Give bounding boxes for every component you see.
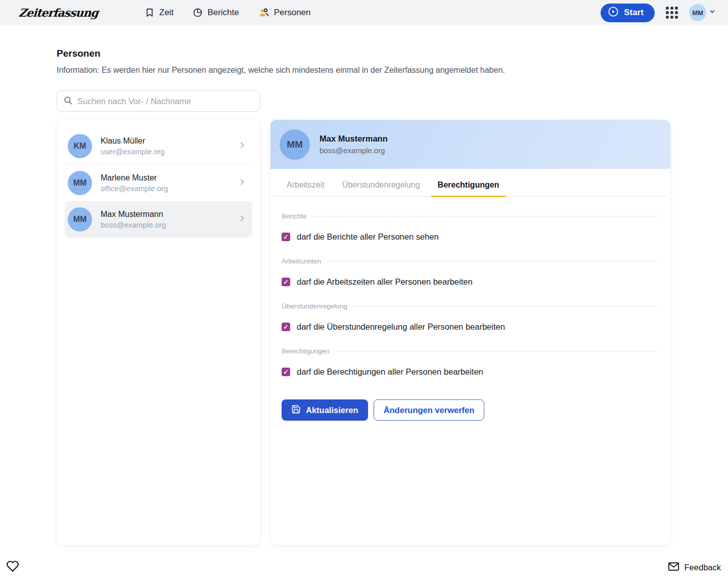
person-row-max[interactable]: MM Max Mustermann boss@example.org [65,201,252,238]
nav-item-berichte[interactable]: Berichte [193,8,239,18]
person-name: Max Mustermann [101,210,230,219]
checkbox-checked[interactable] [282,278,290,286]
person-email: boss@example.org [101,220,230,229]
update-button[interactable]: Aktualisieren [282,399,368,421]
divider [352,306,659,306]
person-meta: Klaus Müller user@example.org [101,137,230,156]
tab-berechtigungen[interactable]: Berechtigungen [431,174,507,196]
section-arbeitszeiten: Arbeitszeiten darf die Arbeitszeiten all… [282,257,659,287]
section-title: Arbeitszeiten [282,257,321,265]
person-name: Klaus Müller [101,137,230,146]
avatar: MM [280,129,310,160]
footer: Feedback [0,556,728,578]
start-button-label: Start [624,8,644,18]
detail-header: MM Max Mustermann boss@example.org [270,120,670,169]
checkbox-checked[interactable] [282,368,290,376]
envelope-icon [668,561,679,573]
tab-ueberstundenregelung[interactable]: Überstundenregelung [335,174,427,196]
detail-email: boss@example.org [320,146,388,155]
section-berechtigungen: Berechtigungen darf die Berechtigungen a… [282,347,659,377]
person-row-klaus[interactable]: KM Klaus Müller user@example.org [65,128,252,164]
avatar: KM [68,134,92,158]
main-content: Personen Information: Es werden hier nur… [0,25,728,545]
nav-item-personen[interactable]: Personen [258,8,311,18]
person-meta: Marlene Muster office@example.org [101,173,230,193]
discard-changes-button[interactable]: Änderungen verwerfen [374,399,485,421]
page-info-text: Information: Es werden hier nur Personen… [57,66,728,75]
nav-item-label: Personen [274,8,311,18]
checkbox-label: darf die Arbeitszeiten aller Personen be… [297,277,473,287]
update-button-label: Aktualisieren [306,406,358,415]
nav-item-zeit[interactable]: Zeit [145,8,173,18]
people-icon [258,8,269,18]
avatar: MM [68,171,92,195]
checkbox-label: darf die Berechtigungen aller Personen b… [297,367,483,377]
feedback-link[interactable]: Feedback [668,561,721,573]
save-icon [291,404,301,416]
person-list: KM Klaus Müller user@example.org MM Marl… [57,120,260,545]
divider [326,261,659,261]
detail-tabs: Arbeitszeit Überstundenregelung Berechti… [274,169,667,197]
nav-item-label: Berichte [207,8,239,18]
checkbox-label: darf die Überstundenregelung aller Perso… [297,322,505,332]
app-logo: Zeiterfassung [18,6,99,19]
content-columns: KM Klaus Müller user@example.org MM Marl… [57,120,728,545]
search-icon [63,96,73,107]
page-title: Personen [57,48,728,59]
section-header: Berechtigungen [282,347,659,355]
search-input[interactable] [77,97,254,106]
form-actions: Aktualisieren Änderungen verwerfen [282,399,659,421]
apps-grid-icon[interactable] [666,7,678,19]
pie-chart-icon [193,8,203,18]
detail-identity: Max Mustermann boss@example.org [320,134,388,155]
permissions-form: Berichte darf die Berichte aller Persone… [270,212,670,421]
detail-name: Max Mustermann [320,134,388,144]
avatar[interactable]: MM [689,4,706,21]
person-name: Marlene Muster [101,173,230,183]
permission-row: darf die Berechtigungen aller Personen b… [282,367,659,377]
person-row-marlene[interactable]: MM Marlene Muster office@example.org [65,165,252,201]
section-ueberstundenregelung: Überstundenregelung darf die Überstunden… [282,302,659,332]
permission-row: darf die Berichte aller Personen sehen [282,232,659,242]
person-detail-panel: MM Max Mustermann boss@example.org Arbei… [270,120,670,545]
navbar: Zeiterfassung Zeit Berichte Per [0,0,728,25]
play-circle-icon [608,6,619,20]
bookmark-icon [145,8,155,18]
section-berichte: Berichte darf die Berichte aller Persone… [282,212,659,242]
user-menu[interactable]: MM [689,4,716,21]
section-title: Berechtigungen [282,347,330,355]
person-email: office@example.org [101,184,230,193]
person-meta: Max Mustermann boss@example.org [101,210,230,229]
chevron-right-icon [238,178,246,188]
divider [334,351,659,351]
permission-row: darf die Arbeitszeiten aller Personen be… [282,277,659,287]
checkbox-checked[interactable] [282,323,290,331]
chevron-down-icon [709,8,716,17]
heart-icon[interactable] [6,560,19,575]
permission-row: darf die Überstundenregelung aller Perso… [282,322,659,332]
person-email: user@example.org [101,147,230,156]
start-button[interactable]: Start [601,4,655,22]
section-title: Berichte [282,212,307,220]
nav-item-label: Zeit [159,8,173,18]
chevron-right-icon [238,214,246,224]
section-header: Arbeitszeiten [282,257,659,265]
chevron-right-icon [238,141,246,151]
feedback-label: Feedback [685,563,721,572]
tab-arbeitszeit[interactable]: Arbeitszeit [280,174,332,196]
checkbox-label: darf die Berichte aller Personen sehen [297,232,439,242]
section-title: Überstundenregelung [282,302,347,310]
navbar-right: Start MM [601,4,716,22]
divider [311,216,659,216]
section-header: Überstundenregelung [282,302,659,310]
section-header: Berichte [282,212,659,220]
main-nav: Zeit Berichte Personen [145,8,311,18]
avatar: MM [68,207,92,232]
person-search[interactable] [57,91,260,112]
checkbox-checked[interactable] [282,233,290,241]
